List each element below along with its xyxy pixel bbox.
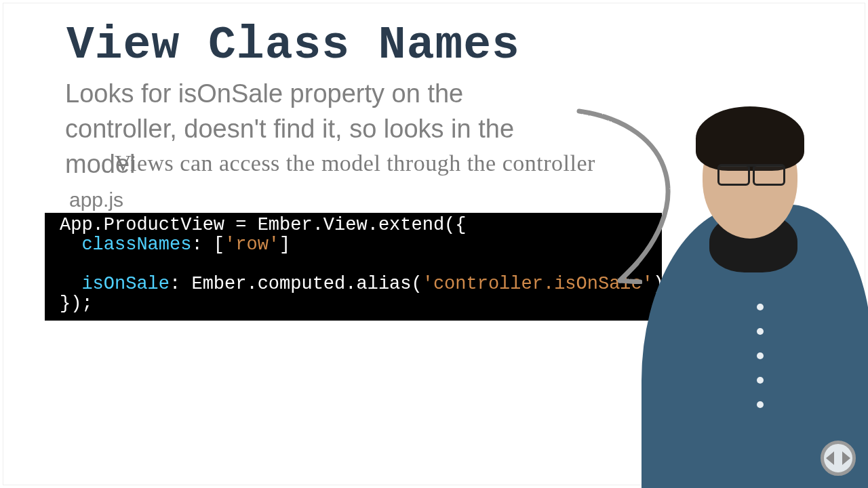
chevron-left-icon[interactable] (826, 451, 834, 465)
code-string-row: 'row' (224, 235, 279, 255)
glasses-icon (717, 164, 785, 184)
code-line-5: }); (60, 293, 93, 314)
presenter-shirt-buttons (757, 286, 764, 462)
slide-nav[interactable] (821, 441, 856, 476)
hand-note: Views can access the model through the c… (115, 150, 595, 176)
code-line-1: App.ProductView = Ember.View.extend({ (60, 215, 467, 235)
slide: View Class Names Looks for isOnSale prop… (0, 0, 868, 488)
code-prop-isonsale: isOnSale (81, 274, 170, 294)
chevron-right-icon[interactable] (842, 451, 850, 465)
code-block: App.ProductView = Ember.View.extend({ cl… (45, 213, 662, 321)
page-title: View Class Names (66, 19, 520, 71)
code-line-2-indent (60, 235, 81, 255)
code-string-controller-isonsale: 'controller.isOnSale' (422, 274, 653, 294)
presenter-hair (696, 106, 804, 171)
filename-label: app.js (69, 188, 123, 211)
presenter-photo (628, 123, 868, 488)
code-prop-classnames: classNames (81, 235, 191, 255)
code-content: App.ProductView = Ember.View.extend({ cl… (60, 216, 647, 314)
